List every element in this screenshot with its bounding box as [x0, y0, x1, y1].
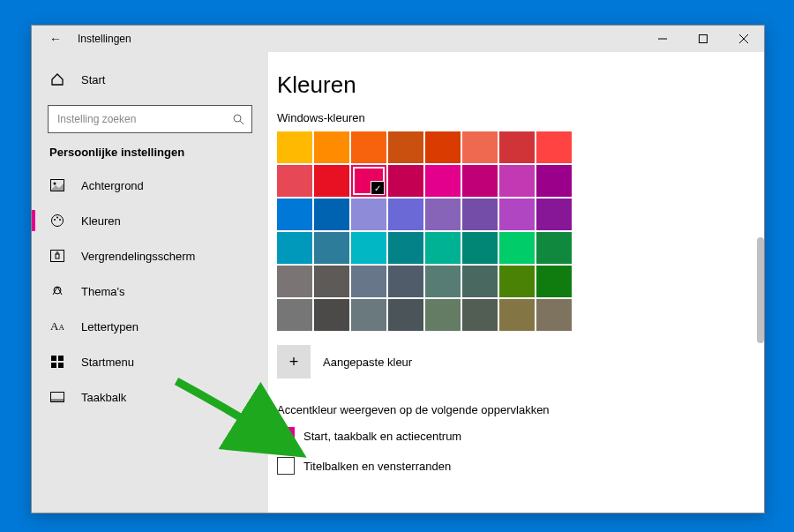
minimize-button[interactable] [642, 26, 683, 52]
custom-color-row: + Aangepaste kleur [277, 345, 741, 378]
color-swatch[interactable] [425, 199, 461, 230]
custom-color-label: Aangepaste kleur [323, 356, 412, 369]
color-swatch[interactable] [351, 199, 386, 230]
search-input[interactable]: Instelling zoeken [48, 105, 252, 133]
color-swatch[interactable] [314, 299, 349, 331]
color-swatch[interactable] [351, 131, 386, 163]
sidebar-item-vergrendelingsscherm[interactable]: Vergrendelingsscherm [32, 238, 268, 273]
color-swatch[interactable] [462, 232, 498, 264]
sidebar-item-achtergrond[interactable]: Achtergrond [32, 168, 268, 203]
svg-rect-20 [51, 399, 64, 401]
checkbox-label: Titelbalken en vensterranden [303, 460, 451, 473]
sidebar-item-startmenu[interactable]: Startmenu [32, 344, 268, 379]
color-swatch[interactable] [536, 266, 572, 297]
color-swatch[interactable] [277, 165, 312, 197]
sidebar-item-themas[interactable]: Thema's [32, 273, 268, 309]
color-swatch[interactable] [425, 131, 461, 163]
color-swatch[interactable] [425, 165, 461, 197]
checkbox[interactable] [277, 457, 295, 475]
color-swatch[interactable] [462, 165, 498, 197]
color-swatch[interactable] [277, 131, 312, 163]
color-swatch[interactable] [351, 266, 386, 297]
check-icon: ✓ [371, 181, 385, 195]
color-swatch[interactable] [277, 266, 312, 297]
color-swatch[interactable] [425, 232, 461, 264]
checkbox-row: Titelbalken en vensterranden [277, 457, 741, 475]
color-swatch[interactable] [499, 299, 535, 331]
color-swatch-grid: ✓ [277, 131, 572, 331]
color-swatch[interactable] [536, 165, 572, 197]
color-swatch[interactable] [314, 266, 349, 297]
color-swatch[interactable] [536, 199, 572, 230]
scrollbar-thumb[interactable] [757, 237, 764, 343]
color-swatch[interactable] [499, 266, 535, 297]
color-swatch[interactable] [425, 266, 461, 297]
svg-point-11 [59, 219, 61, 221]
color-swatch[interactable] [388, 232, 423, 264]
maximize-icon [699, 34, 708, 43]
surfaces-heading: Accentkleur weergeven op de volgende opp… [277, 403, 741, 416]
sidebar-item-label: Vergrendelingsscherm [81, 250, 195, 263]
start-icon [49, 356, 65, 368]
color-swatch[interactable] [314, 232, 349, 264]
palette-icon [49, 214, 65, 228]
svg-point-7 [54, 183, 56, 185]
home-icon [49, 72, 65, 86]
color-swatch[interactable] [536, 131, 572, 163]
color-swatch[interactable] [499, 232, 535, 264]
color-swatch[interactable] [462, 199, 498, 230]
window-title: Instellingen [78, 33, 131, 45]
color-swatch[interactable] [314, 165, 349, 197]
sidebar: Start Instelling zoeken Persoonlijke ins… [32, 52, 268, 513]
color-swatch[interactable] [499, 165, 535, 197]
color-swatch[interactable] [314, 199, 349, 230]
sidebar-home[interactable]: Start [32, 61, 268, 98]
sidebar-item-lettertypen[interactable]: AALettertypen [32, 309, 268, 344]
color-swatch[interactable] [499, 131, 535, 163]
svg-rect-17 [51, 363, 56, 368]
color-swatch[interactable] [462, 299, 498, 331]
color-swatch[interactable] [462, 266, 498, 297]
image-icon [49, 179, 65, 191]
color-swatch[interactable] [388, 266, 423, 297]
color-swatch[interactable] [388, 131, 423, 163]
color-swatch[interactable] [277, 232, 312, 264]
color-swatch[interactable] [351, 299, 386, 331]
color-swatch[interactable] [536, 299, 572, 331]
svg-rect-13 [56, 254, 59, 259]
sidebar-item-label: Startmenu [81, 356, 134, 369]
taskbar-icon [49, 392, 65, 402]
minimize-icon [658, 34, 667, 43]
window-body: Start Instelling zoeken Persoonlijke ins… [32, 52, 764, 513]
sidebar-item-label: Achtergrond [81, 179, 144, 192]
palette-label: Windows-kleuren [277, 111, 741, 124]
sidebar-item-label: Kleuren [81, 214, 121, 228]
color-swatch[interactable] [499, 199, 535, 230]
sidebar-item-kleuren[interactable]: Kleuren [32, 203, 268, 238]
color-swatch[interactable] [277, 199, 312, 230]
lock-icon [49, 250, 65, 262]
color-swatch[interactable] [388, 199, 423, 230]
color-swatch[interactable]: ✓ [351, 165, 386, 197]
color-swatch[interactable] [388, 165, 423, 197]
sidebar-item-label: Taakbalk [81, 391, 126, 404]
color-swatch[interactable] [351, 232, 386, 264]
close-button[interactable] [723, 26, 764, 52]
custom-color-button[interactable]: + [277, 345, 311, 378]
checkbox-label: Start, taakbalk en actiecentrum [303, 430, 461, 443]
color-swatch[interactable] [314, 131, 349, 163]
color-swatch[interactable] [425, 299, 461, 331]
color-swatch[interactable] [536, 232, 572, 264]
color-swatch[interactable] [277, 299, 312, 331]
close-icon [739, 34, 748, 43]
sidebar-item-taakbalk[interactable]: Taakbalk [32, 379, 268, 415]
svg-point-4 [234, 115, 241, 122]
back-button[interactable]: ← [49, 32, 62, 46]
maximize-button[interactable] [683, 26, 723, 52]
color-swatch[interactable] [388, 299, 423, 331]
window-controls [642, 26, 764, 52]
color-swatch[interactable] [462, 131, 498, 163]
page-title: Kleuren [277, 71, 741, 99]
checkbox[interactable]: ✓ [277, 427, 295, 445]
svg-point-8 [52, 215, 64, 227]
